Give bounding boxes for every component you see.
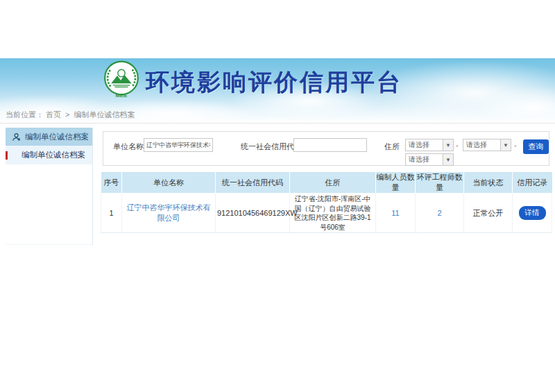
address-city-value: 请选择	[463, 139, 500, 151]
cloud-decoration	[472, 86, 555, 123]
address-separator: -	[514, 141, 517, 149]
sidebar-item-label: 编制单位诚信档案	[22, 150, 85, 160]
column-header-credit-record: 信用记录	[513, 172, 552, 194]
column-header-address: 住所	[290, 172, 376, 194]
mee-logo-icon: MEE	[103, 60, 139, 100]
column-header-engineer-count: 环评工程师数量	[416, 172, 464, 194]
sidebar-item-credit-archive[interactable]: 编制单位诚信档案	[6, 146, 92, 164]
row-credit-code: 9121010456469129XW	[216, 194, 290, 233]
address-separator: -	[456, 141, 459, 149]
chevron-down-icon: ▼	[443, 139, 453, 151]
sidebar: 编制单位诚信档案 编制单位诚信档案	[6, 128, 93, 245]
user-icon	[12, 133, 21, 142]
address-province-value: 请选择	[406, 139, 443, 151]
column-header-index: 序号	[101, 172, 122, 194]
chevron-down-icon: ▼	[443, 154, 453, 165]
unit-name-input[interactable]	[144, 138, 213, 152]
sidebar-header: 编制单位诚信档案	[6, 128, 92, 146]
address-province-select[interactable]: 请选择 ▼	[405, 139, 454, 151]
sidebar-header-label: 编制单位诚信档案	[25, 132, 89, 142]
company-name-link[interactable]: 辽宁中咨华宇环保技术有限公司	[127, 203, 211, 222]
column-header-credit-code: 统一社会信用代码	[216, 172, 290, 194]
row-address: 辽宁省-沈阳市-浑南区-中国（辽宁）自由贸易试验区沈阳片区创新二路39-1号60…	[290, 194, 376, 233]
detail-button[interactable]: 详情	[519, 206, 546, 220]
table-row: 1 辽宁中咨华宇环保技术有限公司 9121010456469129XW 辽宁省-…	[101, 194, 552, 233]
page: MEE 环境影响评价信用平台 当前位置：首页 > 编制单位诚信档案 编制单位诚信…	[0, 0, 555, 392]
address-city-select[interactable]: 请选择 ▼	[463, 139, 511, 151]
address-district-select[interactable]: 请选择 ▼	[405, 153, 454, 166]
column-header-status: 当前状态	[464, 172, 513, 194]
site-title: 环境影响评价信用平台	[146, 67, 402, 99]
engineer-count-link[interactable]: 2	[437, 209, 441, 217]
credit-code-input[interactable]	[293, 138, 367, 152]
staff-count-link[interactable]: 11	[391, 209, 399, 217]
column-header-staff-count: 编制人员数量	[376, 172, 416, 194]
chevron-down-icon: ▼	[500, 139, 511, 151]
row-index: 1	[101, 194, 122, 233]
mee-logo-text: MEE	[116, 92, 128, 99]
breadcrumb-prefix: 当前位置：	[6, 110, 44, 119]
table-header-row: 序号 单位名称 统一社会信用代码 住所 编制人员数量 环评工程师数量 当前状态 …	[101, 172, 552, 194]
search-form: 单位名称 ： 统一社会信用代码 ： 住所 ： 请选择 ▼ - 请选择 ▼ - 请…	[103, 131, 549, 166]
address-district-value: 请选择	[406, 154, 443, 165]
breadcrumb-current: 编制单位诚信档案	[74, 110, 135, 119]
query-button[interactable]: 查询	[523, 139, 549, 154]
row-status: 正常公开	[464, 194, 513, 233]
breadcrumb-separator: >	[65, 110, 69, 119]
breadcrumb: 当前位置：首页 > 编制单位诚信档案	[6, 110, 137, 120]
column-header-unit-name: 单位名称	[122, 172, 216, 194]
results-table: 序号 单位名称 统一社会信用代码 住所 编制人员数量 环评工程师数量 当前状态 …	[101, 172, 552, 233]
active-item-indicator	[6, 151, 8, 160]
breadcrumb-home-link[interactable]: 首页	[46, 110, 61, 119]
